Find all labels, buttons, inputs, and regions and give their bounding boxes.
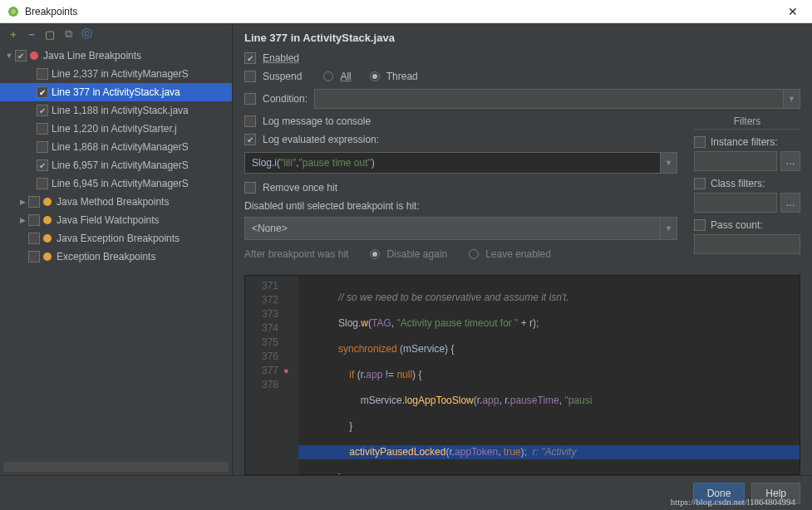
remove-once-checkbox[interactable] xyxy=(244,182,256,194)
tree-item[interactable]: Line 1,220 in ActivityStarter.j xyxy=(0,120,232,138)
tree-item[interactable]: Line 1,188 in ActivityStack.java xyxy=(0,101,232,120)
breakpoint-details-panel: Line 377 in ActivityStack.java Enabled S… xyxy=(233,23,812,475)
horizontal-scrollbar[interactable] xyxy=(3,462,229,472)
class-icon[interactable]: ⓒ xyxy=(80,27,93,41)
leave-enabled-label: Leave enabled xyxy=(485,248,551,260)
add-icon[interactable]: + xyxy=(7,27,20,41)
suspend-thread-radio[interactable] xyxy=(370,71,380,81)
tree-item[interactable]: Line 1,868 in ActivityManagerS xyxy=(0,138,232,156)
expression-dropdown-icon[interactable]: ▼ xyxy=(661,152,677,174)
titlebar: Breakpoints ✕ xyxy=(0,0,812,23)
log-message-label: Log message to console xyxy=(263,115,371,127)
bp-label: Line 2,337 in ActivityManagerS xyxy=(52,68,189,80)
breakpoint-dot-icon xyxy=(30,51,38,60)
group-label: Java Line Breakpoints xyxy=(43,50,141,61)
bp-checkbox[interactable] xyxy=(37,141,48,153)
tree-group-field[interactable]: ▶ Java Field Watchpoints xyxy=(0,211,232,229)
group-checkbox[interactable] xyxy=(15,50,27,61)
done-button[interactable]: Done xyxy=(693,483,746,504)
group-label: Java Method Breakpoints xyxy=(57,196,169,208)
bp-label: Line 1,188 in ActivityStack.java xyxy=(52,105,189,116)
help-button[interactable]: Help xyxy=(751,483,800,504)
bp-label: Line 377 in ActivityStack.java xyxy=(52,86,180,98)
window-title: Breakpoints xyxy=(25,6,780,17)
class-filters-checkbox[interactable] xyxy=(694,178,706,189)
after-hit-label: After breakpoint was hit xyxy=(244,248,348,260)
folder-icon[interactable]: ▢ xyxy=(43,27,57,41)
instance-filters-browse[interactable]: … xyxy=(780,151,800,171)
log-expr-label: Log evaluated expression: xyxy=(263,134,379,145)
bp-checkbox[interactable] xyxy=(37,68,48,80)
all-label: All xyxy=(340,71,351,82)
leave-enabled-radio[interactable] xyxy=(469,249,479,259)
tree-group-java-exception[interactable]: ▶ Java Exception Breakpoints xyxy=(0,229,232,248)
line-gutter: 371372373374375376377378 xyxy=(245,276,283,474)
code-preview: 371372373374375376377378 ● // so we need… xyxy=(244,275,800,475)
tree-item[interactable]: Line 6,957 in ActivityManagerS xyxy=(0,156,232,174)
filters-title: Filters xyxy=(694,115,800,130)
bp-checkbox[interactable] xyxy=(37,178,48,189)
bp-checkbox[interactable] xyxy=(37,86,48,98)
disabled-until-select[interactable]: <None> xyxy=(244,217,661,240)
bp-label: Line 6,945 in ActivityManagerS xyxy=(52,178,189,189)
breakpoint-dot-icon xyxy=(43,198,52,206)
breakpoint-title: Line 377 in ActivityStack.java xyxy=(244,32,800,44)
group-checkbox[interactable] xyxy=(28,196,40,208)
group-checkbox[interactable] xyxy=(28,214,40,226)
disable-again-radio[interactable] xyxy=(370,249,380,259)
filters-section: Filters Instance filters: … Class filter… xyxy=(694,115,800,267)
bp-checkbox[interactable] xyxy=(37,123,48,135)
condition-checkbox[interactable] xyxy=(244,93,256,105)
disabled-until-label: Disabled until selected breakpoint is hi… xyxy=(244,200,677,212)
code-lines[interactable]: // so we need to be conservative and ass… xyxy=(298,276,800,474)
group-label: Java Exception Breakpoints xyxy=(57,233,180,244)
tree-item-selected[interactable]: Line 377 in ActivityStack.java xyxy=(0,83,232,101)
condition-input[interactable] xyxy=(314,89,784,109)
thread-label: Thread xyxy=(386,71,418,82)
pass-count-input[interactable] xyxy=(694,234,800,254)
breakpoint-marker-icon[interactable]: ● xyxy=(283,364,298,378)
log-message-checkbox[interactable] xyxy=(244,115,256,127)
suspend-label: Suspend xyxy=(263,71,302,82)
tree-group-java-line[interactable]: ▼ Java Line Breakpoints xyxy=(0,47,232,65)
copy-icon[interactable]: ⧉ xyxy=(62,27,75,41)
tree-item[interactable]: Line 2,337 in ActivityManagerS xyxy=(0,65,232,83)
log-expr-checkbox[interactable] xyxy=(244,134,256,145)
group-checkbox[interactable] xyxy=(28,233,40,244)
breakpoint-dot-icon xyxy=(43,253,52,261)
tree-group-method[interactable]: ▶ Java Method Breakpoints xyxy=(0,193,232,211)
expression-input[interactable]: Slog.i("lili", "pause time out") xyxy=(244,152,661,174)
enabled-checkbox[interactable] xyxy=(244,52,256,64)
condition-dropdown-icon[interactable]: ▼ xyxy=(784,89,800,109)
class-filters-browse[interactable]: … xyxy=(780,193,800,213)
suspend-checkbox[interactable] xyxy=(244,71,256,82)
bp-label: Line 6,957 in ActivityManagerS xyxy=(52,159,189,171)
svg-point-1 xyxy=(11,9,16,14)
chevron-down-icon[interactable]: ▼ xyxy=(661,217,677,240)
class-filters-input[interactable] xyxy=(694,193,777,213)
breakpoint-dot-icon xyxy=(43,234,52,243)
breakpoints-tree[interactable]: ▼ Java Line Breakpoints Line 2,337 in Ac… xyxy=(0,45,232,459)
disable-again-label: Disable again xyxy=(386,248,447,260)
tree-item[interactable]: Line 6,945 in ActivityManagerS xyxy=(0,174,232,193)
bp-label: Line 1,220 in ActivityStarter.j xyxy=(52,123,177,135)
remove-icon[interactable]: − xyxy=(25,27,38,41)
pass-count-label: Pass count: xyxy=(711,219,763,231)
breakpoint-dot-icon xyxy=(43,216,52,224)
instance-filters-label: Instance filters: xyxy=(711,136,778,148)
enabled-label: Enabled xyxy=(263,52,299,64)
dialog-buttons: Done Help https://blog.csdn.net/l1864804… xyxy=(0,475,812,510)
suspend-all-radio[interactable] xyxy=(323,71,333,81)
tree-toolbar: + − ▢ ⧉ ⓒ xyxy=(0,23,232,45)
instance-filters-input[interactable] xyxy=(694,151,777,171)
condition-label: Condition: xyxy=(263,93,308,105)
breakpoint-gutter[interactable]: ● xyxy=(283,276,298,474)
close-icon[interactable]: ✕ xyxy=(780,5,805,18)
tree-group-exception[interactable]: ▶ Exception Breakpoints xyxy=(0,248,232,266)
group-checkbox[interactable] xyxy=(28,251,40,262)
bp-checkbox[interactable] xyxy=(37,105,48,116)
app-icon xyxy=(7,5,20,18)
bp-checkbox[interactable] xyxy=(37,159,48,171)
pass-count-checkbox[interactable] xyxy=(694,219,706,231)
instance-filters-checkbox[interactable] xyxy=(694,136,706,148)
